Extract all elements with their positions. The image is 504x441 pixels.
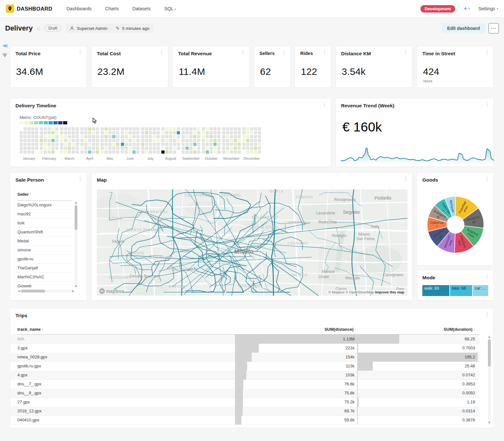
heatmap-cell[interactable] — [173, 135, 176, 138]
heatmap-cell[interactable] — [238, 147, 241, 150]
kebab-menu-icon[interactable]: ⋮ — [485, 312, 490, 317]
heatmap-cell[interactable] — [230, 143, 233, 146]
heatmap-cell[interactable] — [116, 143, 119, 146]
heatmap-cell[interactable] — [234, 131, 237, 134]
heatmap-cell[interactable] — [31, 143, 34, 146]
heatmap-cell[interactable] — [206, 147, 209, 150]
heatmap-cell[interactable] — [177, 127, 180, 130]
heatmap-cell[interactable] — [84, 143, 87, 146]
heatmap-cell[interactable] — [72, 147, 75, 150]
heatmap-cell[interactable] — [35, 143, 38, 146]
mode-bar-bike[interactable]: bike: 66 — [450, 285, 472, 296]
kebab-menu-icon[interactable]: ⋮ — [403, 176, 408, 181]
heatmap-cell[interactable] — [108, 147, 112, 150]
heatmap-cell[interactable] — [206, 135, 209, 138]
heatmap-cell[interactable] — [165, 150, 168, 154]
heatmap-cell[interactable] — [101, 135, 104, 138]
heatmap-cell[interactable] — [64, 131, 67, 134]
heatmap-cell[interactable] — [242, 135, 246, 138]
heatmap-cell[interactable] — [157, 143, 160, 146]
heatmap-cell[interactable] — [125, 143, 128, 146]
more-options-button[interactable]: ··· — [489, 23, 499, 33]
heatmap-cell[interactable] — [157, 131, 160, 134]
heatmap-cell[interactable] — [101, 143, 104, 146]
heatmap-cell[interactable] — [153, 139, 156, 142]
heatmap-cell[interactable] — [129, 139, 132, 142]
heatmap-cell[interactable] — [112, 143, 115, 146]
heatmap-cell[interactable] — [238, 150, 241, 154]
heatmap-cell[interactable] — [230, 135, 233, 138]
heatmap-cell[interactable] — [145, 139, 148, 142]
heatmap-cell[interactable] — [141, 135, 144, 138]
heatmap-cell[interactable] — [20, 127, 23, 130]
heatmap-cell[interactable] — [242, 127, 246, 130]
heatmap-cell[interactable] — [88, 147, 91, 150]
heatmap-cell[interactable] — [197, 150, 200, 154]
heatmap-cell[interactable] — [153, 143, 156, 146]
heatmap-cell[interactable] — [234, 147, 237, 150]
kebab-menu-icon[interactable]: ⋮ — [485, 102, 490, 107]
heatmap-cell[interactable] — [141, 139, 144, 142]
heatmap-cell[interactable] — [177, 139, 180, 142]
heatmap-cell[interactable] — [108, 139, 112, 142]
heatmap-cell[interactable] — [258, 135, 261, 138]
map-canvas[interactable]: VILLAPIZZONEDERGANOGORLACIMIANOGALLARATE… — [97, 189, 408, 296]
heatmap-cell[interactable] — [27, 131, 31, 134]
heatmap-cell[interactable] — [55, 139, 59, 142]
heatmap-cell[interactable] — [213, 135, 217, 138]
heatmap-cell[interactable] — [80, 127, 84, 130]
heatmap-cell[interactable] — [129, 150, 132, 154]
heatmap-cell[interactable] — [129, 135, 132, 138]
heatmap-cell[interactable] — [23, 150, 27, 154]
heatmap-cell[interactable] — [169, 150, 172, 154]
heatmap-cell[interactable] — [258, 147, 261, 150]
heatmap-cell[interactable] — [246, 139, 249, 142]
heatmap-cell[interactable] — [68, 127, 71, 130]
heatmap-cell[interactable] — [44, 131, 47, 134]
heatmap-cell[interactable] — [96, 139, 99, 142]
heatmap-cell[interactable] — [76, 150, 79, 154]
heatmap-cell[interactable] — [60, 143, 63, 146]
heatmap-cell[interactable] — [72, 143, 75, 146]
heatmap-cell[interactable] — [51, 131, 55, 134]
heatmap-cell[interactable] — [197, 127, 200, 130]
heatmap-cell[interactable] — [68, 131, 71, 134]
heatmap-cell[interactable] — [234, 143, 237, 146]
heatmap-cell[interactable] — [182, 131, 185, 134]
heatmap-cell[interactable] — [161, 127, 165, 130]
heatmap-cell[interactable] — [132, 131, 136, 134]
heatmap-cell[interactable] — [76, 127, 79, 130]
heatmap-cell[interactable] — [149, 127, 152, 130]
heatmap-cell[interactable] — [217, 150, 221, 154]
heatmap-cell[interactable] — [165, 139, 168, 142]
heatmap-cell[interactable] — [48, 150, 51, 154]
heatmap-cell[interactable] — [40, 131, 43, 134]
heatmap-cell[interactable] — [35, 131, 38, 134]
heatmap-cell[interactable] — [182, 139, 185, 142]
heatmap-cell[interactable] — [76, 131, 79, 134]
heatmap-cell[interactable] — [55, 147, 59, 150]
heatmap-cell[interactable] — [136, 150, 140, 154]
kebab-menu-icon[interactable]: ⋮ — [78, 50, 83, 55]
heatmap-cell[interactable] — [222, 143, 225, 146]
heatmap-cell[interactable] — [125, 135, 128, 138]
heatmap-cell[interactable] — [51, 127, 55, 130]
heatmap-cell[interactable] — [80, 143, 84, 146]
favorite-star-icon[interactable]: ☆ — [36, 25, 41, 32]
heatmap-cell[interactable] — [64, 143, 67, 146]
heatmap-cell[interactable] — [20, 147, 23, 150]
scroll-down-icon[interactable]: ▼ — [75, 285, 77, 288]
heatmap-cell[interactable] — [193, 131, 196, 134]
heatmap-cell[interactable] — [84, 131, 87, 134]
heatmap-cell[interactable] — [250, 150, 253, 154]
heatmap-cell[interactable] — [258, 127, 261, 130]
heatmap-cell[interactable] — [173, 127, 176, 130]
heatmap-cell[interactable] — [153, 131, 156, 134]
heatmap-cell[interactable] — [121, 139, 124, 142]
heatmap-cell[interactable] — [55, 127, 59, 130]
heatmap-cell[interactable] — [206, 127, 209, 130]
heatmap-cell[interactable] — [31, 127, 34, 130]
heatmap-cell[interactable] — [242, 147, 246, 150]
heatmap-cell[interactable] — [48, 135, 51, 138]
heatmap-cell[interactable] — [217, 139, 221, 142]
